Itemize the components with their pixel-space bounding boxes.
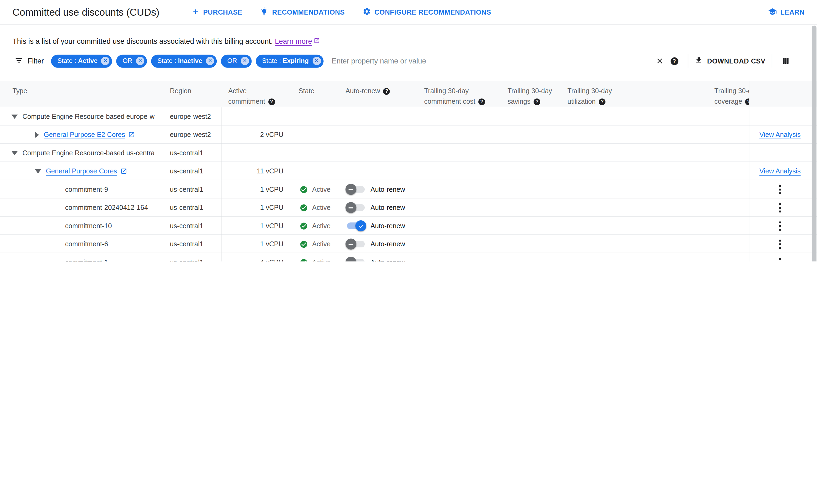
- row-menu-button[interactable]: [777, 201, 783, 214]
- commitment-cost-cell: [412, 126, 492, 144]
- column-header-type[interactable]: Type: [0, 81, 163, 107]
- savings-cell: [492, 180, 555, 199]
- recommendations-button[interactable]: RECOMMENDATIONS: [260, 7, 345, 17]
- table-row: Compute Engine Resource-based europe-weu…: [0, 107, 817, 126]
- toolbar-divider: [772, 54, 772, 68]
- lightbulb-icon: [260, 7, 269, 17]
- column-display-options-button[interactable]: [778, 54, 793, 68]
- type-cell: commitment-9: [0, 180, 163, 199]
- column-header-savings[interactable]: Trailing 30-day savings?: [492, 81, 555, 107]
- filter-help-icon[interactable]: ?: [667, 54, 682, 68]
- table-row: General Purpose E2 Coreseurope-west22 vC…: [0, 126, 817, 144]
- chip-label: State : Active: [57, 57, 98, 65]
- help-icon[interactable]: ?: [478, 98, 485, 105]
- download-csv-button[interactable]: DOWNLOAD CSV: [695, 56, 765, 66]
- type-link[interactable]: General Purpose Cores: [46, 167, 127, 175]
- filter-button[interactable]: Filter: [15, 56, 44, 66]
- column-header-state[interactable]: State: [292, 81, 341, 107]
- column-header-utilization[interactable]: Trailing 30-day utilization?: [555, 81, 698, 107]
- auto-renew-label: Auto-renew: [370, 258, 405, 261]
- chip-remove-icon[interactable]: ✕: [241, 57, 249, 65]
- filter-chip-state-active[interactable]: State : Active✕: [51, 55, 112, 68]
- table-toolbar: ? DOWNLOAD CSV: [652, 54, 793, 68]
- column-header-commitment-cost[interactable]: Trailing 30-day commitment cost?: [412, 81, 492, 107]
- auto-renew-toggle[interactable]: [346, 238, 366, 250]
- external-link-icon: [128, 131, 135, 138]
- auto-renew-toggle[interactable]: [346, 257, 366, 261]
- learn-button[interactable]: LEARN: [768, 7, 805, 18]
- active-commitment-cell: 1 vCPU: [222, 199, 292, 217]
- filter-chip-or[interactable]: OR✕: [116, 55, 147, 68]
- table-row: commitment-20240412-164us-central11 vCPU…: [0, 199, 817, 217]
- chip-label: OR: [227, 57, 237, 65]
- chip-remove-icon[interactable]: ✕: [136, 57, 144, 65]
- column-header-region[interactable]: Region: [163, 81, 222, 107]
- savings-cell: [492, 126, 555, 144]
- commitment-cost-cell: [412, 162, 492, 180]
- actions-cell: [749, 144, 811, 162]
- help-icon[interactable]: ?: [268, 98, 275, 105]
- auto-renew-toggle[interactable]: [346, 184, 366, 195]
- column-header-auto-renew[interactable]: Auto-renew?: [341, 81, 411, 107]
- actions-cell: [749, 235, 811, 253]
- configure-recommendations-button[interactable]: CONFIGURE RECOMMENDATIONS: [363, 7, 491, 17]
- help-icon[interactable]: ?: [745, 98, 749, 105]
- column-header-coverage[interactable]: Trailing 30-day coverage?: [698, 81, 749, 107]
- region-cell: us-central1: [163, 180, 222, 199]
- view-analysis-link[interactable]: View Analysis: [759, 131, 801, 139]
- type-cell: General Purpose Cores: [0, 162, 163, 180]
- type-label: commitment-1: [65, 258, 108, 261]
- collapse-expander-icon[interactable]: [11, 114, 18, 118]
- auto-renew-cell: Auto-renew: [341, 217, 411, 235]
- filter-chip-state-inactive[interactable]: State : Inactive✕: [151, 55, 217, 68]
- help-icon[interactable]: ?: [383, 88, 390, 95]
- column-header-active-commitment[interactable]: Active commitment?: [222, 81, 292, 107]
- collapse-expander-icon[interactable]: [11, 151, 18, 155]
- row-menu-button[interactable]: [777, 237, 783, 251]
- filter-chip-state-expiring[interactable]: State : Expiring✕: [256, 55, 323, 68]
- learn-more-link[interactable]: Learn more: [275, 37, 320, 45]
- region-cell: us-central1: [163, 162, 222, 180]
- active-commitment-value: 1 vCPU: [260, 222, 283, 230]
- region-label: us-central1: [170, 167, 203, 175]
- region-label: us-central1: [170, 186, 203, 193]
- utilization-cell: [555, 253, 698, 261]
- commitment-cost-cell: [412, 144, 492, 162]
- utilization-cell: [555, 199, 698, 217]
- actions-cell: [749, 180, 811, 199]
- expand-expander-icon[interactable]: [35, 132, 39, 138]
- collapse-expander-icon[interactable]: [35, 169, 41, 173]
- scrollbar-thumb[interactable]: [812, 26, 816, 261]
- toggle-thumb: [346, 238, 357, 250]
- auto-renew-toggle[interactable]: [346, 220, 366, 231]
- download-icon: [695, 56, 703, 66]
- chip-remove-icon[interactable]: ✕: [206, 57, 214, 65]
- check-icon: [358, 223, 364, 229]
- chip-label: State : Inactive: [157, 57, 202, 65]
- clear-filters-button[interactable]: [652, 54, 667, 68]
- chip-remove-icon[interactable]: ✕: [101, 57, 110, 65]
- auto-renew-toggle[interactable]: [346, 202, 366, 213]
- active-commitment-cell: 2 vCPU: [222, 126, 292, 144]
- type-link[interactable]: General Purpose E2 Cores: [44, 131, 135, 139]
- filter-input[interactable]: [331, 56, 652, 66]
- chip-label: OR: [123, 57, 132, 65]
- type-label: Compute Engine Resource-based europe-w: [22, 113, 155, 120]
- type-cell: commitment-20240412-164: [0, 199, 163, 217]
- view-analysis-link[interactable]: View Analysis: [759, 167, 801, 175]
- column-header-actions: [749, 81, 817, 107]
- purchase-button[interactable]: PURCHASE: [192, 8, 243, 17]
- state-cell: [292, 162, 341, 180]
- toolbar-divider: [688, 54, 688, 68]
- row-menu-button[interactable]: [777, 183, 783, 196]
- help-icon[interactable]: ?: [599, 98, 605, 105]
- type-cell: Compute Engine Resource-based us-centra: [0, 144, 163, 162]
- filter-bar: Filter State : Active✕OR✕State : Inactiv…: [0, 52, 817, 70]
- utilization-cell: [555, 144, 698, 162]
- help-icon[interactable]: ?: [534, 98, 540, 105]
- chip-remove-icon[interactable]: ✕: [312, 57, 321, 65]
- savings-cell: [492, 235, 555, 253]
- filter-chip-or[interactable]: OR✕: [221, 55, 252, 68]
- row-menu-button[interactable]: [777, 219, 783, 233]
- row-menu-button[interactable]: [777, 256, 783, 261]
